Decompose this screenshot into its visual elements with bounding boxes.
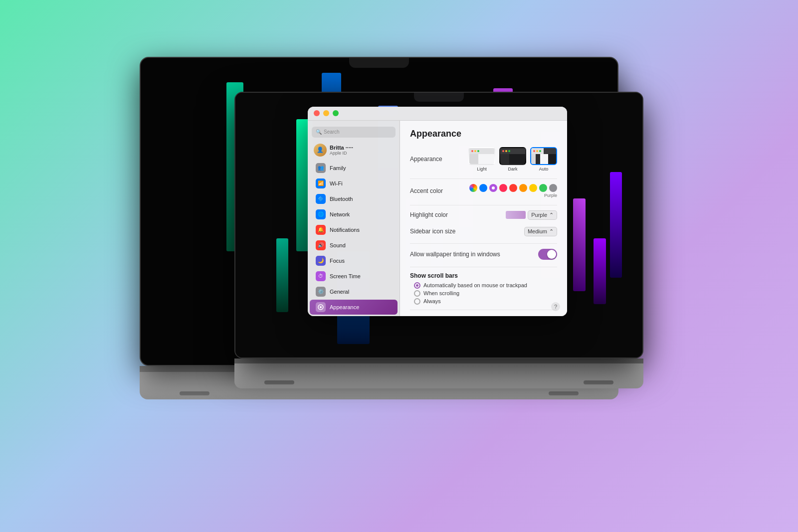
sidebar-label-appearance: Appearance	[330, 304, 359, 310]
sidebar-item-bluetooth[interactable]: 🔷 Bluetooth	[310, 191, 398, 206]
notifications-icon: 🔔	[316, 225, 326, 235]
window-titlebar	[308, 107, 567, 121]
highlight-color-row: Highlight color Purple ⌃	[410, 210, 557, 220]
sidebar-item-family[interactable]: 👥 Family	[310, 161, 398, 176]
sidebar-item-accessibility[interactable]: ♿ Accessibility	[310, 315, 398, 316]
sidebar-item-general[interactable]: ⚙️ General	[310, 284, 398, 299]
scroll-always-label: Always	[423, 298, 441, 304]
sidebar-item-notifications[interactable]: 🔔 Notifications	[310, 222, 398, 237]
window-content: Appearance Appearance	[400, 121, 567, 316]
divider-2	[410, 205, 557, 205]
front-screen: 🔍 Search 👤 Britta ····· Apple I	[234, 92, 643, 358]
front-notch	[414, 93, 464, 102]
help-button[interactable]: ?	[551, 302, 560, 311]
appearance-light-label: Light	[477, 167, 487, 172]
macbook-front: 🔍 Search 👤 Britta ····· Apple I	[234, 92, 643, 431]
highlight-color-label: Highlight color	[410, 211, 460, 218]
accent-pink[interactable]	[499, 184, 507, 192]
toggle-knob	[547, 250, 556, 259]
dropdown-arrow: ⌃	[549, 212, 554, 218]
appearance-options: Light	[468, 147, 557, 172]
sidebar-item-appearance[interactable]: Appearance	[310, 300, 398, 315]
appearance-dark[interactable]: Dark	[499, 147, 526, 172]
accent-graphite[interactable]	[549, 184, 557, 192]
wallpaper-tinting-label: Allow wallpaper tinting in windows	[410, 251, 500, 258]
appearance-auto[interactable]: Auto	[530, 147, 557, 172]
user-item[interactable]: 👤 Britta ····· Apple ID	[308, 142, 399, 159]
sidebar-item-screentime[interactable]: ⏱ Screen Time	[310, 269, 398, 284]
front-screen-content: 🔍 Search 👤 Britta ····· Apple I	[235, 93, 642, 357]
scroll-scrolling-option[interactable]: When scrolling	[414, 290, 557, 297]
appearance-light-thumb	[468, 147, 495, 165]
user-name: Britta ·····	[330, 145, 353, 151]
sidebar-item-wifi[interactable]: 📶 Wi-Fi	[310, 176, 398, 191]
sidebar-item-network[interactable]: 🌐 Network	[310, 207, 398, 222]
appearance-label: Appearance	[410, 156, 460, 163]
appearance-dark-label: Dark	[508, 167, 517, 172]
highlight-value: Purple	[531, 212, 547, 218]
scroll-scrolling-label: When scrolling	[423, 290, 459, 296]
accent-colors	[469, 184, 557, 192]
window-sidebar: 🔍 Search 👤 Britta ····· Apple I	[308, 121, 400, 316]
accent-purple[interactable]	[489, 184, 497, 192]
wblock-12	[610, 172, 622, 278]
back-foot-left	[180, 391, 209, 395]
sidebar-icon-label: Sidebar icon size	[410, 228, 460, 235]
accent-orange[interactable]	[519, 184, 527, 192]
highlight-color-control: Purple ⌃	[506, 210, 557, 220]
sound-icon: 🔊	[316, 240, 326, 250]
accent-yellow[interactable]	[529, 184, 537, 192]
sidebar-label-notifications: Notifications	[330, 227, 360, 233]
minimize-button[interactable]	[323, 110, 329, 116]
appearance-icon	[316, 302, 326, 312]
wblock-10	[276, 238, 288, 313]
sidebar-item-sound[interactable]: 🔊 Sound	[310, 238, 398, 253]
appearance-light[interactable]: Light	[468, 147, 495, 172]
scene: 🔍 Search 👤 Britta ····· Apple I	[125, 42, 673, 491]
search-box[interactable]: 🔍 Search	[312, 127, 396, 138]
maximize-button[interactable]	[333, 110, 339, 116]
sidebar-label-family: Family	[330, 165, 346, 171]
scroll-auto-radio[interactable]	[414, 282, 420, 289]
screentime-icon: ⏱	[316, 271, 326, 281]
general-icon: ⚙️	[316, 287, 326, 297]
scroll-always-radio[interactable]	[414, 298, 420, 305]
sidebar-label-wifi: Wi-Fi	[330, 180, 343, 186]
search-icon: 🔍	[316, 129, 322, 135]
accent-blue[interactable]	[479, 184, 487, 192]
accent-color-row: Accent color	[410, 184, 557, 198]
wblock-7	[594, 238, 605, 305]
scroll-always-option[interactable]: Always	[414, 298, 557, 305]
network-icon: 🌐	[316, 209, 326, 219]
accent-colors-container: Purple	[469, 184, 557, 198]
divider-5	[410, 310, 557, 310]
sidebar-size-arrow: ⌃	[549, 228, 554, 235]
content-title: Appearance	[410, 129, 557, 139]
appearance-dark-thumb	[499, 147, 526, 165]
divider-3	[410, 243, 557, 244]
accent-red[interactable]	[509, 184, 517, 192]
sidebar-size-dropdown[interactable]: Medium ⌃	[524, 227, 557, 236]
sidebar-size-value: Medium	[528, 228, 547, 234]
sidebar-label-sound: Sound	[330, 242, 346, 248]
front-foot-left	[264, 380, 294, 384]
accent-selected-label: Purple	[544, 193, 557, 198]
svg-point-1	[320, 306, 322, 308]
wallpaper-tinting-toggle[interactable]	[538, 249, 557, 260]
sidebar-label-screentime: Screen Time	[330, 273, 361, 279]
scroll-scrolling-radio[interactable]	[414, 290, 420, 297]
scroll-bars-label: Show scroll bars	[410, 272, 557, 279]
focus-icon: 🌙	[316, 256, 326, 266]
accent-green[interactable]	[539, 184, 547, 192]
scroll-auto-option[interactable]: Automatically based on mouse or trackpad	[414, 282, 557, 289]
bluetooth-icon: 🔷	[316, 194, 326, 204]
accent-multicolor[interactable]	[469, 184, 477, 192]
sidebar-item-focus[interactable]: 🌙 Focus	[310, 253, 398, 268]
scroll-bars-section: Show scroll bars Automatically based on …	[410, 272, 557, 305]
user-info: Britta ····· Apple ID	[330, 145, 353, 156]
sidebar-icon-row: Sidebar icon size Medium ⌃	[410, 227, 557, 236]
highlight-dropdown[interactable]: Purple ⌃	[528, 210, 557, 220]
accent-color-label: Accent color	[410, 187, 460, 194]
close-button[interactable]	[314, 110, 320, 116]
wallpaper-tinting-row: Allow wallpaper tinting in windows	[410, 249, 557, 260]
